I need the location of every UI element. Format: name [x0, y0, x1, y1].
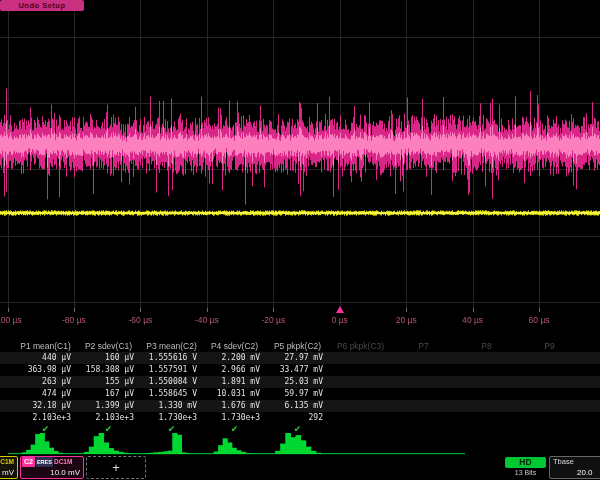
axis-tick-label: 60 µs [529, 315, 550, 325]
axis-tick [207, 308, 208, 312]
param-value [392, 376, 455, 388]
param-value: 32.18 µV [14, 400, 77, 412]
param-stat-row: 363.98 µV158.308 µV1.557591 V2.966 mV33.… [0, 364, 600, 376]
param-header[interactable]: P1 mean(C1) [14, 340, 77, 352]
param-header[interactable]: P5 pkpk(C2) [266, 340, 329, 352]
c2-channel-badge: C2 [22, 457, 35, 467]
param-value: 2.103e+3 [77, 412, 140, 424]
channel-c2-descriptor[interactable]: C2 ERES DC1M 10.0 mV [20, 456, 84, 479]
histicon-strip[interactable] [0, 430, 600, 456]
param-value: 1.891 mV [203, 376, 266, 388]
oscilloscope-screen: Undo Setup -100 µs-80 µs-60 µs-40 µs-20 … [0, 0, 600, 480]
param-value [581, 352, 600, 364]
param-value [455, 376, 518, 388]
c2-scale-label: 10.0 mV [21, 467, 83, 478]
param-value: 363.98 µV [14, 364, 77, 376]
c1-scale-label: 0 mV [0, 467, 17, 478]
param-value: 6.135 mV [266, 400, 329, 412]
param-value [581, 388, 600, 400]
param-value [392, 400, 455, 412]
param-header[interactable]: P2 sdev(C1) [77, 340, 140, 352]
param-stat-row: 2.103e+32.103e+31.730e+31.730e+3292 [0, 412, 600, 424]
param-value [392, 388, 455, 400]
param-value [392, 412, 455, 424]
param-value: 155 µV [77, 376, 140, 388]
param-value: 440 µV [14, 352, 77, 364]
param-header[interactable]: P10 [581, 340, 600, 352]
param-value [329, 400, 392, 412]
param-value [518, 364, 581, 376]
param-value: 2.103e+3 [14, 412, 77, 424]
param-header[interactable]: P9 [518, 340, 581, 352]
channel-c1-descriptor[interactable]: C1M 0 mV [0, 456, 18, 479]
param-header[interactable]: P7 [392, 340, 455, 352]
param-value [518, 376, 581, 388]
undo-setup-button[interactable]: Undo Setup [0, 0, 84, 11]
param-value: 1.557591 V [140, 364, 203, 376]
param-value [455, 412, 518, 424]
param-value [581, 400, 600, 412]
timebase-descriptor[interactable]: Tbase 20.0 [549, 456, 600, 479]
param-value [329, 352, 392, 364]
param-value: 167 µV [77, 388, 140, 400]
timebase-label: Tbase [550, 457, 600, 467]
param-value: 292 [266, 412, 329, 424]
param-value: 263 µV [14, 376, 77, 388]
param-value: 474 µV [14, 388, 77, 400]
param-value: 1.399 µV [77, 400, 140, 412]
axis-tick-label: 0 µs [332, 315, 348, 325]
axis-tick-label: -80 µs [62, 315, 86, 325]
param-value [518, 388, 581, 400]
hd-mode-badge[interactable]: HD [505, 457, 546, 468]
axis-tick-label: -40 µs [195, 315, 219, 325]
axis-tick [273, 308, 274, 312]
trigger-position-marker[interactable] [336, 306, 344, 313]
param-value: 1.555616 V [140, 352, 203, 364]
c1-coupling-label: C1M [0, 457, 17, 467]
param-header[interactable]: P3 mean(C2) [140, 340, 203, 352]
param-value [581, 364, 600, 376]
param-value: 2.966 mV [203, 364, 266, 376]
param-value: 2.200 mV [203, 352, 266, 364]
measurement-table: P1 mean(C1)P2 sdev(C1)P3 mean(C2)P4 sdev… [0, 340, 600, 436]
axis-tick [406, 308, 407, 312]
param-value: 160 µV [77, 352, 140, 364]
param-value: 59.97 mV [266, 388, 329, 400]
waveform-plot[interactable] [0, 0, 600, 310]
axis-tick [140, 308, 141, 312]
param-value: 27.97 mV [266, 352, 329, 364]
param-value [329, 364, 392, 376]
axis-tick-label: -20 µs [261, 315, 285, 325]
param-value [518, 352, 581, 364]
axis-tick-label: -60 µs [128, 315, 152, 325]
axis-tick-label: -100 µs [0, 315, 22, 325]
param-stat-row: 474 µV167 µV1.558645 V10.031 mV59.97 mV [0, 388, 600, 400]
param-header-row: P1 mean(C1)P2 sdev(C1)P3 mean(C2)P4 sdev… [0, 340, 600, 352]
c2-coupling-label: DC1M [54, 457, 72, 467]
param-value [518, 400, 581, 412]
param-header[interactable]: P8 [455, 340, 518, 352]
param-value [329, 412, 392, 424]
param-value: 1.730e+3 [140, 412, 203, 424]
axis-tick-label: 20 µs [396, 315, 417, 325]
param-value [329, 388, 392, 400]
axis-tick [74, 308, 75, 312]
timebase-value: 20.0 [550, 467, 600, 478]
param-header[interactable]: P6 pkpk(C3) [329, 340, 392, 352]
param-value: 25.03 mV [266, 376, 329, 388]
param-stat-row: 32.18 µV1.399 µV1.330 mV1.676 mV6.135 mV [0, 400, 600, 412]
param-value [392, 352, 455, 364]
axis-tick [539, 308, 540, 312]
param-value [581, 376, 600, 388]
param-value: 33.477 mV [266, 364, 329, 376]
param-value: 1.550084 V [140, 376, 203, 388]
param-value [329, 376, 392, 388]
param-value: 158.308 µV [77, 364, 140, 376]
param-value [518, 412, 581, 424]
add-trace-button[interactable]: + [86, 456, 146, 479]
param-header[interactable]: P4 sdev(C2) [203, 340, 266, 352]
param-value [455, 388, 518, 400]
param-value: 10.031 mV [203, 388, 266, 400]
param-value [455, 364, 518, 376]
param-value: 1.558645 V [140, 388, 203, 400]
